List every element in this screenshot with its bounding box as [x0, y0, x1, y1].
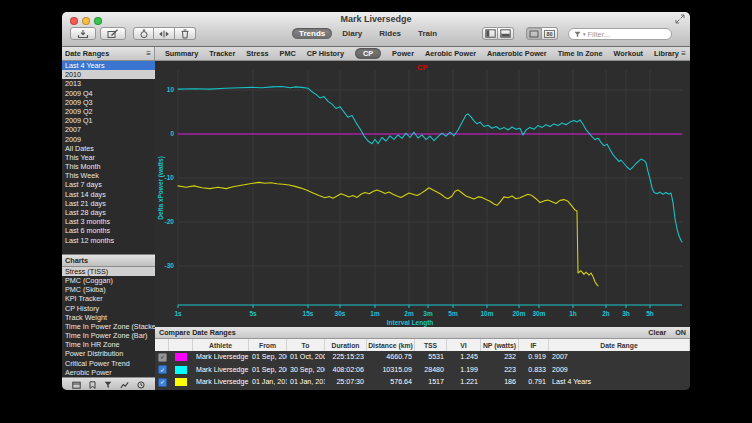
sidebar-chart-critical-power-trend[interactable]: Critical Power Trend — [62, 359, 155, 368]
lowbar-panel-icon — [500, 29, 511, 38]
table-row[interactable]: ✓Mark Liversedge01 Sep, 200830 Sep, 2009… — [155, 364, 690, 377]
sidebar-chart-kpi-tracker[interactable]: KPI Tracker — [62, 294, 155, 303]
sidebar-item-last-6-months[interactable]: Last 6 months — [62, 226, 155, 235]
cp-chart[interactable]: 1s5s15s30s1m2m3m5m10m20m30m1h2h3h5h100-1… — [155, 61, 690, 327]
scope-tab-trends[interactable]: Trends — [292, 28, 332, 39]
table-row[interactable]: ✓Mark Liversedge01 Sep, 200601 Oct, 2007… — [155, 351, 690, 364]
tab-time-in-zone[interactable]: Time In Zone — [558, 49, 603, 58]
split-button[interactable] — [154, 27, 175, 40]
series-color-swatch — [175, 353, 187, 361]
sidebar-item-this-week[interactable]: This Week — [62, 171, 155, 180]
cell-np: 232 — [481, 353, 519, 361]
tab-power[interactable]: Power — [392, 49, 414, 58]
row-checkbox[interactable]: ✓ — [158, 365, 167, 374]
compose-button[interactable] — [100, 27, 126, 40]
tab-workout[interactable]: Workout — [614, 49, 643, 58]
tab-stress[interactable]: Stress — [246, 49, 268, 58]
delete-button[interactable] — [175, 27, 196, 40]
sidebar-chart-aerobic-power[interactable]: Aerobic Power — [62, 368, 155, 377]
sidebar-item-2009-q1[interactable]: 2009 Q1 — [62, 116, 155, 125]
sidebar-item-last-3-months[interactable]: Last 3 months — [62, 217, 155, 226]
sidebar-item-last-28-days[interactable]: Last 28 days — [62, 208, 155, 217]
row-checkbox[interactable]: ✓ — [158, 353, 167, 362]
sidebar-item-all-dates[interactable]: All Dates — [62, 144, 155, 153]
x-tick-label: 30m — [532, 310, 545, 317]
clock-icon[interactable] — [137, 381, 145, 389]
tab-library[interactable]: Library — [654, 49, 679, 58]
sidebar-item-last-4-years[interactable]: Last 4 Years — [62, 61, 155, 70]
toggle-sidebar-button[interactable] — [482, 27, 498, 40]
tab-aerobic-power[interactable]: Aerobic Power — [425, 49, 476, 58]
import-button[interactable] — [70, 27, 96, 40]
trend-chart-icon[interactable] — [120, 381, 129, 389]
column-header-col0 — [155, 339, 169, 351]
cell-if: 0.791 — [519, 378, 549, 386]
column-header-vi: VI — [447, 339, 481, 351]
sidebar-chart-time-in-power-zone-stacked[interactable]: Time In Power Zone (Stacked) — [62, 322, 155, 331]
column-header-tss: TSS — [415, 339, 447, 351]
sidebar-chart-stress-tiss[interactable]: Stress (TISS) — [62, 267, 155, 276]
sidebar-item-2013[interactable]: 2013 — [62, 79, 155, 88]
sidebar-item-2010[interactable]: 2010 — [62, 70, 155, 79]
x-tick-label: 3m — [423, 310, 433, 317]
sidebar-item-last-12-months[interactable]: Last 12 months — [62, 236, 155, 245]
bookmark-icon[interactable] — [89, 381, 96, 389]
style-toggle-group: 80 — [526, 27, 558, 40]
titlebar: Mark Liversedge — [62, 12, 690, 25]
filter-funnel-icon — [574, 31, 581, 38]
sidebar-item-2007[interactable]: 2007 — [62, 125, 155, 134]
y-axis-title: Delta xPower (watts) — [157, 156, 165, 220]
scope-tab-rides[interactable]: Rides — [372, 28, 408, 39]
tab-cp-history[interactable]: CP History — [307, 49, 344, 58]
sidebar-chart-time-in-power-zone-bar[interactable]: Time In Power Zone (Bar) — [62, 331, 155, 340]
sidebar-item-2009[interactable]: 2009 — [62, 135, 155, 144]
sidebar-item-this-year[interactable]: This Year — [62, 153, 155, 162]
cell-from: 01 Sep, 2006 — [249, 353, 287, 361]
tool-segment-group — [133, 27, 196, 40]
compare-table-header: AthleteFromToDurationDistance (km)TSSVIN… — [155, 339, 690, 351]
x-tick-label: 20m — [512, 310, 525, 317]
filter-field[interactable]: ▾ Filter... — [568, 28, 672, 40]
date-range-list: Last 4 Years201020132009 Q42009 Q32009 Q… — [62, 61, 155, 245]
tab-cp[interactable]: CP — [355, 48, 381, 59]
sidebar-chart-pmc-skiba[interactable]: PMC (Skiba) — [62, 285, 155, 294]
table-row[interactable]: ✓Mark Liversedge01 Jan, 201101 Jan, 2015… — [155, 376, 690, 389]
tab-tracker[interactable]: Tracker — [209, 49, 235, 58]
tab-pmc[interactable]: PMC — [280, 49, 296, 58]
tiled-view-icon: 80 — [544, 30, 554, 38]
tab-anaerobic-power[interactable]: Anaerobic Power — [487, 49, 547, 58]
row-checkbox[interactable]: ✓ — [158, 378, 167, 387]
date-ranges-title: Date Ranges — [65, 49, 109, 58]
scope-tab-train[interactable]: Train — [411, 28, 444, 39]
on-toggle[interactable]: ON — [675, 328, 686, 337]
toggle-lowbar-button[interactable] — [498, 27, 514, 40]
sidebar-item-this-month[interactable]: This Month — [62, 162, 155, 171]
sidebar-item-last-7-days[interactable]: Last 7 days — [62, 180, 155, 189]
sidebar-chart-track-weight[interactable]: Track Weight — [62, 313, 155, 322]
filter-icon[interactable] — [104, 381, 112, 389]
sidebar-item-2009-q4[interactable]: 2009 Q4 — [62, 89, 155, 98]
calendar-icon[interactable] — [72, 381, 81, 389]
cell-range: 2007 — [549, 353, 690, 361]
interval-button[interactable] — [133, 27, 154, 40]
column-header-if: IF — [519, 339, 549, 351]
sidebar-item-2009-q3[interactable]: 2009 Q3 — [62, 98, 155, 107]
sidebar-chart-pmc-coggan[interactable]: PMC (Coggan) — [62, 276, 155, 285]
tabbed-view-button[interactable] — [526, 27, 542, 40]
sidebar-chart-power-distribution[interactable]: Power Distribution — [62, 349, 155, 358]
date-ranges-menu-icon[interactable]: ≡ — [146, 49, 151, 58]
fullscreen-icon[interactable] — [675, 14, 685, 24]
sidebar-item-last-14-days[interactable]: Last 14 days — [62, 190, 155, 199]
tiled-view-button[interactable]: 80 — [542, 27, 558, 40]
swatch-cell — [169, 353, 193, 361]
scope-tab-diary[interactable]: Diary — [335, 28, 369, 39]
series-last-4-years — [178, 182, 598, 285]
sidebar-item-last-21-days[interactable]: Last 21 days — [62, 199, 155, 208]
tabs-menu-icon[interactable]: ≡ — [681, 49, 686, 58]
clear-button[interactable]: Clear — [648, 328, 666, 337]
sidebar-chart-time-in-hr-zone[interactable]: Time In HR Zone — [62, 340, 155, 349]
compare-table-rows: ✓Mark Liversedge01 Sep, 200601 Oct, 2007… — [155, 351, 690, 390]
tab-summary[interactable]: Summary — [165, 49, 198, 58]
sidebar-chart-cp-history[interactable]: CP History — [62, 304, 155, 313]
sidebar-item-2009-q2[interactable]: 2009 Q2 — [62, 107, 155, 116]
